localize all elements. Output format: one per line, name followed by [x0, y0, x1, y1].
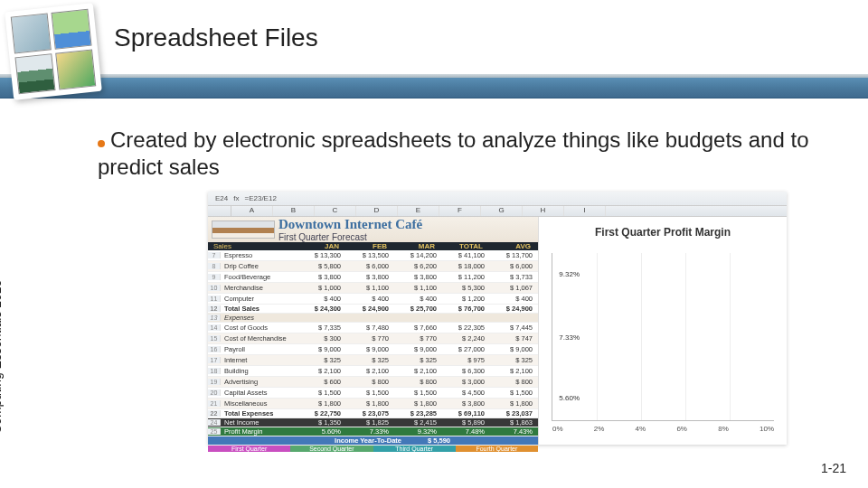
- col-header: C: [315, 206, 356, 216]
- table-row: 21Miscellaneous$ 1,800$ 1,800$ 1,800$ 3,…: [208, 399, 538, 409]
- table-row: 20Capital Assets$ 1,500$ 1,500$ 1,500$ 4…: [208, 388, 538, 399]
- chart-plot-area: 0%2%4%6%8%10% 9.32%7.33%5.60%: [552, 253, 774, 421]
- logo-tile: [55, 49, 96, 89]
- formula-value: =E23/E12: [244, 194, 276, 202]
- table-row: 10Merchandise$ 1,000$ 1,100$ 1,100$ 5,30…: [208, 283, 538, 294]
- worksheet: Downtown Internet Café First Quarter For…: [208, 217, 539, 445]
- cafe-subtitle: First Quarter Forecast: [278, 232, 422, 242]
- col-header: E: [398, 206, 439, 216]
- table-row: 15Cost of Merchandise$ 300$ 770$ 770$ 2,…: [208, 333, 538, 344]
- table-row: 17Internet$ 325$ 325$ 325$ 975$ 325: [208, 355, 538, 366]
- table-row: 11Computer$ 400$ 400$ 400$ 1,200$ 400: [208, 294, 538, 305]
- col-header: F: [439, 206, 481, 216]
- bullet-list: Created by electronic spreadsheets to an…: [98, 127, 832, 181]
- table-row: 9Food/Beverage$ 3,800$ 3,800$ 3,800$ 11,…: [208, 272, 538, 283]
- header-band: [0, 77, 868, 99]
- formula-bar: E24 fx =E23/E12: [208, 192, 787, 206]
- col-header: G: [481, 206, 523, 216]
- total-sales-row: 12 Total Sales $ 24,300$ 24,900$ 25,700$…: [208, 305, 538, 314]
- chart-title: First Quarter Profit Margin: [546, 226, 779, 239]
- sheet-tabs: First Quarter Second Quarter Third Quart…: [208, 446, 538, 452]
- months-header: Sales JAN FEB MAR TOTAL AVG: [208, 242, 538, 250]
- table-row: 14Cost of Goods$ 7,335$ 7,480$ 7,660$ 22…: [208, 323, 538, 333]
- col-header: I: [564, 206, 606, 216]
- total-expenses-row: 22 Total Expenses $ 22,750$ 23,075$ 23,2…: [208, 409, 538, 418]
- logo-tile: [11, 13, 52, 53]
- column-headers: A B C D E F G H I: [208, 206, 787, 217]
- cafe-title: Downtown Internet Café: [278, 217, 422, 232]
- col-header: A: [231, 206, 273, 216]
- sheet-tab: Fourth Quarter: [456, 446, 538, 452]
- table-row: 18Building$ 2,100$ 2,100$ 2,100$ 6,300$ …: [208, 366, 538, 377]
- slide-title: Spreadsheet Files: [114, 23, 318, 52]
- col-header: B: [273, 206, 315, 216]
- table-row: 7Espresso$ 13,300$ 13,500$ 14,200$ 41,10…: [208, 250, 538, 261]
- cafe-image: [212, 221, 275, 239]
- net-income-row: 24 Net Income $ 1,350$ 1,825$ 2,415$ 5,8…: [208, 418, 538, 427]
- sheet-tab: Second Quarter: [290, 446, 373, 452]
- cell-ref: E24: [215, 194, 228, 202]
- col-header: D: [356, 206, 398, 216]
- profit-margin-row: 25 Profit Margin 5.60%7.33%9.32%7.48%7.4…: [208, 427, 538, 436]
- table-row: 16Payroll$ 9,000$ 9,000$ 9,000$ 27,000$ …: [208, 344, 538, 355]
- page-number: 1-21: [821, 461, 846, 475]
- ytd-row: Income Year-To-Date $ 5,590: [208, 436, 538, 446]
- bullet-icon: [98, 140, 105, 147]
- logo-tile: [14, 53, 55, 94]
- table-row: 8Drip Coffee$ 5,800$ 6,000$ 6,200$ 18,00…: [208, 261, 538, 272]
- bullet-text: Created by electronic spreadsheets to an…: [98, 127, 808, 179]
- chart: First Quarter Profit Margin 0%2%4%6%8%10…: [539, 217, 787, 445]
- logo-tile: [51, 9, 91, 50]
- sheet-tab: Third Quarter: [373, 446, 456, 452]
- chart-x-axis: 0%2%4%6%8%10%: [552, 425, 774, 433]
- book-logo: [5, 3, 102, 100]
- sheet-tab: First Quarter: [208, 446, 290, 452]
- col-header: H: [523, 206, 564, 216]
- table-row: 19Advertising$ 600$ 800$ 800$ 3,000$ 800: [208, 377, 538, 388]
- spreadsheet-figure: E24 fx =E23/E12 A B C D E F G H I Downto…: [208, 192, 787, 445]
- expenses-header: 13 Expenses: [208, 314, 538, 323]
- sidebar-book-label: Computing Essentials 2015: [0, 280, 4, 434]
